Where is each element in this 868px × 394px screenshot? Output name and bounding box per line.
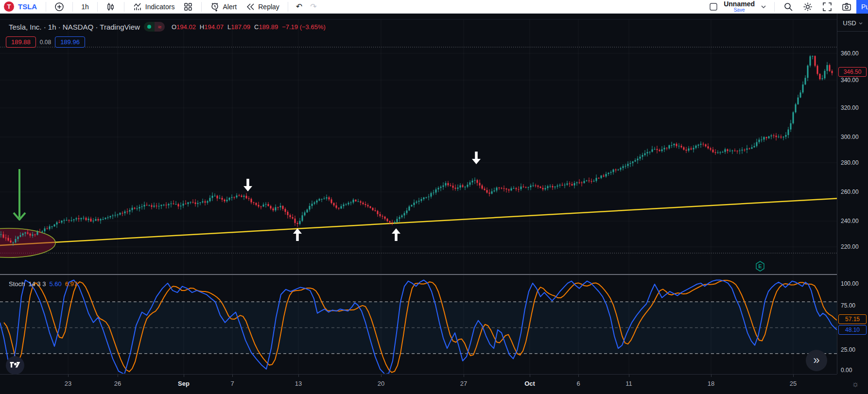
undo-button[interactable]: ↶ bbox=[292, 2, 306, 11]
fullscreen-icon[interactable] bbox=[822, 1, 833, 12]
tesla-logo-icon: T bbox=[4, 1, 14, 12]
save-layout-icon[interactable] bbox=[708, 1, 719, 12]
candlestick-icon bbox=[106, 2, 116, 12]
search-icon[interactable] bbox=[783, 1, 794, 12]
price-axis-label: 340.00 bbox=[837, 77, 868, 84]
delayed-data-icon: ≈ bbox=[155, 22, 165, 32]
symbol-title[interactable]: Tesla, Inc. · 1h · NASDAQ · TradingView bbox=[9, 23, 140, 31]
layout-templates-button[interactable] bbox=[179, 0, 197, 14]
time-axis-tick bbox=[530, 375, 530, 377]
price-axis-label: 360.00 bbox=[837, 50, 868, 57]
stoch-legend[interactable]: Stoch 14 3 3 5.60 6.97 bbox=[9, 280, 77, 288]
currency-label: USD bbox=[843, 19, 856, 27]
ask-price-box[interactable]: 189.96 bbox=[55, 36, 85, 48]
alert-button[interactable]: Alert bbox=[206, 0, 241, 14]
price-axis-label: 280.00 bbox=[837, 159, 868, 166]
alert-label: Alert bbox=[223, 3, 237, 11]
time-axis-label: 7 bbox=[230, 380, 234, 387]
stoch-k-price-box: 48.10 bbox=[838, 325, 867, 335]
time-axis[interactable]: 2326Sep7132027Oct6111825 bbox=[0, 374, 837, 394]
bid-ask-row: 189.88 0.08 189.96 bbox=[6, 36, 85, 48]
time-axis-tick bbox=[184, 375, 184, 377]
price-axis-label: 260.00 bbox=[837, 188, 868, 195]
top-toolbar: T TSLA 1h Indicators Alert Replay bbox=[0, 0, 868, 14]
layout-name[interactable]: Unnamed bbox=[724, 0, 755, 7]
stoch-d-price-box: 57.15 bbox=[838, 314, 867, 324]
time-axis-tick bbox=[68, 375, 69, 377]
time-axis-label: Sep bbox=[178, 380, 190, 387]
time-axis-tick bbox=[629, 375, 629, 377]
chevron-down-icon bbox=[858, 21, 863, 26]
time-axis-label: 18 bbox=[708, 380, 714, 387]
time-axis-label: 23 bbox=[65, 380, 71, 387]
svg-text:E: E bbox=[758, 263, 762, 269]
symbol-button[interactable]: TSLA bbox=[14, 2, 42, 11]
price-axis-label: 320.00 bbox=[837, 104, 868, 111]
time-axis-tick bbox=[381, 375, 382, 377]
price-axis-label: 75.00 bbox=[837, 302, 868, 309]
replay-label: Replay bbox=[258, 3, 279, 11]
theme-brightness-icon[interactable]: ☼ bbox=[846, 378, 865, 391]
price-axis-label: 240.00 bbox=[837, 218, 868, 224]
stoch-params: 14 3 3 bbox=[28, 280, 46, 288]
time-axis-tick bbox=[578, 375, 579, 377]
tradingview-logo[interactable] bbox=[6, 356, 24, 375]
price-axis-label: 25.00 bbox=[837, 346, 868, 353]
layout-name-widget[interactable]: Unnamed Save bbox=[724, 0, 755, 13]
symbol-group[interactable]: T TSLA bbox=[0, 0, 42, 14]
camera-snapshot-icon[interactable] bbox=[841, 1, 852, 12]
divider bbox=[124, 2, 124, 12]
symbol-add-button[interactable] bbox=[50, 0, 69, 14]
earnings-icon: E bbox=[756, 261, 764, 271]
indicators-icon bbox=[133, 2, 142, 12]
publish-button[interactable]: Pu bbox=[856, 0, 868, 14]
tradingview-mark-icon bbox=[10, 361, 20, 369]
price-axis-label: 300.00 bbox=[837, 134, 868, 140]
chart-legend[interactable]: Tesla, Inc. · 1h · NASDAQ · TradingView … bbox=[9, 22, 326, 32]
divider bbox=[774, 2, 775, 12]
indicators-label: Indicators bbox=[145, 3, 175, 11]
settings-gear-icon[interactable] bbox=[802, 1, 813, 12]
time-axis-tick bbox=[464, 375, 464, 377]
divider bbox=[201, 2, 202, 12]
save-link[interactable]: Save bbox=[734, 8, 745, 13]
stoch-name[interactable]: Stoch bbox=[9, 280, 25, 288]
alarm-clock-icon bbox=[210, 2, 220, 12]
replay-button[interactable]: Replay bbox=[241, 0, 284, 14]
expand-toolbar-button[interactable]: » bbox=[806, 350, 827, 371]
interval-button[interactable]: 1h bbox=[77, 0, 93, 14]
redo-button[interactable]: ↷ bbox=[306, 2, 320, 11]
divider bbox=[46, 2, 46, 12]
price-axis-label: 220.00 bbox=[837, 243, 868, 250]
time-axis-label: 11 bbox=[625, 380, 632, 387]
change-value: −7.19 (−3.65%) bbox=[282, 23, 326, 31]
spread-value: 0.08 bbox=[38, 39, 53, 46]
time-axis-label: 26 bbox=[114, 380, 121, 387]
grid-layout-icon bbox=[183, 2, 193, 12]
chart-canvas[interactable]: E bbox=[0, 0, 868, 394]
tradingview-app: T TSLA 1h Indicators Alert Replay bbox=[0, 0, 868, 394]
time-axis-label: 25 bbox=[790, 380, 797, 387]
market-open-dot-icon bbox=[144, 22, 155, 32]
ohlc-values: O194.02 H194.07 L187.09 C189.89 −7.19 (−… bbox=[172, 23, 326, 31]
chart-style-button[interactable] bbox=[102, 0, 120, 14]
price-axis-label: 0.00 bbox=[837, 367, 868, 374]
time-axis-tick bbox=[118, 375, 118, 377]
time-axis-tick bbox=[232, 375, 233, 377]
replay-rewind-icon bbox=[245, 2, 255, 12]
divider bbox=[97, 2, 98, 12]
time-axis-tick bbox=[298, 375, 299, 377]
last-price-box: 346.50 bbox=[838, 67, 867, 77]
plus-circle-icon bbox=[54, 2, 64, 12]
bid-price-box[interactable]: 189.88 bbox=[6, 36, 36, 48]
currency-selector[interactable]: USD bbox=[837, 19, 868, 32]
stoch-k-value: 5.60 bbox=[49, 280, 61, 288]
indicators-button[interactable]: Indicators bbox=[128, 0, 179, 14]
chevron-down-icon[interactable] bbox=[760, 3, 767, 11]
time-axis-label: 6 bbox=[576, 380, 580, 387]
time-axis-tick bbox=[711, 375, 712, 377]
time-axis-tick bbox=[793, 375, 794, 377]
market-status-pill[interactable]: ≈ bbox=[144, 22, 165, 32]
price-axis[interactable]: USD 360.00340.00320.00300.00280.00260.00… bbox=[837, 14, 868, 374]
time-axis-label: 13 bbox=[295, 380, 302, 387]
